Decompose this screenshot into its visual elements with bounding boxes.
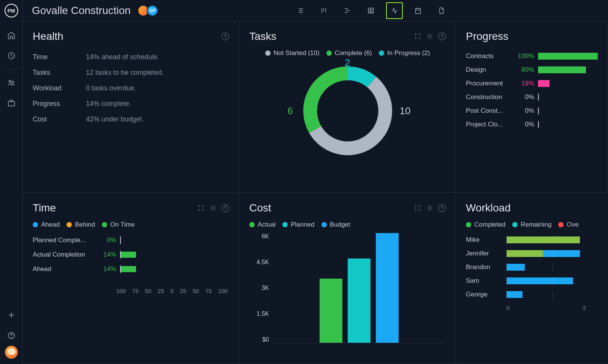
progress-label: Construction: [466, 93, 511, 101]
health-row: Tasks12 tasks to be completed.: [33, 65, 229, 80]
time-percent: 0%: [97, 236, 116, 244]
health-label: Cost: [33, 115, 82, 123]
cost-legend: ActualPlannedBudget: [249, 221, 446, 228]
tab-list[interactable]: [292, 2, 309, 19]
health-value: 14% complete.: [86, 100, 131, 108]
user-avatar[interactable]: [5, 346, 18, 359]
header: Govalle Construction GP: [23, 0, 608, 21]
health-value: 0 tasks overdue.: [86, 84, 136, 92]
progress-bar: [538, 107, 598, 114]
progress-label: Project Clo...: [466, 121, 511, 128]
gear-icon[interactable]: [209, 204, 217, 212]
member-avatars[interactable]: GP: [138, 5, 158, 16]
workload-row: Sam: [466, 274, 598, 288]
progress-percent: 100%: [515, 52, 534, 60]
workload-row: Brandon: [466, 260, 598, 274]
legend-item[interactable]: Remaining: [512, 221, 551, 228]
svg-point-9: [212, 207, 214, 209]
tab-dashboard[interactable]: [386, 2, 403, 19]
progress-bar: [538, 121, 598, 128]
progress-label: Post Const...: [466, 107, 511, 115]
home-icon[interactable]: [7, 31, 16, 39]
progress-percent: 0%: [515, 107, 534, 115]
legend-item[interactable]: Actual: [249, 221, 276, 228]
legend-item[interactable]: Budget: [321, 221, 350, 228]
progress-percent: 80%: [515, 66, 534, 74]
tab-gantt[interactable]: [339, 2, 356, 19]
progress-percent: 19%: [515, 80, 534, 87]
progress-row: Project Clo...0%: [466, 118, 598, 131]
progress-card: Progress Contracts100%Design80%Procureme…: [456, 21, 608, 193]
workload-bar: [507, 264, 598, 271]
legend-item[interactable]: Not Started (10): [265, 49, 320, 57]
progress-label: Design: [466, 66, 511, 74]
legend-item[interactable]: Completed: [466, 221, 505, 228]
help-icon[interactable]: ?: [438, 33, 446, 40]
health-card: Health ? Time14% ahead of schedule.Tasks…: [23, 21, 239, 193]
add-icon[interactable]: [7, 311, 16, 319]
legend-item[interactable]: Planned: [282, 221, 314, 228]
workload-bar: [507, 250, 598, 257]
time-card: Time ? AheadBehindOn Time Planned Comple…: [23, 193, 239, 364]
member-avatar[interactable]: GP: [147, 5, 158, 16]
app-logo[interactable]: PM: [5, 4, 18, 17]
donut-callout: 6: [288, 105, 293, 117]
time-percent: 14%: [97, 265, 116, 273]
cost-bar: [348, 258, 370, 343]
donut-callout: 2: [345, 57, 350, 69]
progress-bar: [538, 53, 598, 60]
cost-bar: [376, 233, 399, 343]
nav-sidebar: PM: [0, 0, 23, 364]
expand-icon[interactable]: [414, 204, 421, 212]
workload-row: Jennifer: [466, 247, 598, 260]
health-value: 14% ahead of schedule.: [86, 53, 159, 61]
tab-calendar[interactable]: [410, 2, 426, 19]
portfolio-icon[interactable]: [7, 99, 16, 107]
progress-row: Procurement19%: [466, 77, 598, 90]
team-icon[interactable]: [7, 79, 16, 87]
recent-icon[interactable]: [7, 52, 16, 60]
time-row: Actual Completion14%: [33, 247, 229, 262]
legend-item[interactable]: Behind: [66, 221, 95, 228]
legend-item[interactable]: Ove: [558, 221, 578, 228]
legend-item[interactable]: In Progress (2): [379, 49, 430, 57]
expand-icon[interactable]: [414, 33, 421, 40]
legend-item[interactable]: On Time: [102, 221, 135, 228]
gear-icon[interactable]: [426, 33, 434, 40]
health-row: Workload0 tasks overdue.: [33, 80, 229, 96]
tasks-card: Tasks ? Not Started (10)Complete (6)In P…: [239, 21, 456, 193]
progress-row: Design80%: [466, 63, 598, 77]
legend-item[interactable]: Complete (6): [326, 49, 372, 57]
workload-bar: [507, 291, 598, 298]
gear-icon[interactable]: [426, 204, 434, 212]
health-label: Tasks: [33, 69, 82, 77]
time-percent: 14%: [97, 251, 116, 258]
time-bar: [120, 236, 229, 244]
time-row: Planned Comple...0%: [33, 233, 229, 247]
progress-bar: [538, 94, 598, 101]
help-icon[interactable]: ?: [438, 204, 446, 212]
help-icon[interactable]: ?: [222, 204, 229, 212]
progress-percent: 0%: [515, 93, 534, 101]
workload-row: Mike: [466, 233, 598, 247]
card-title: Tasks: [249, 30, 277, 43]
svg-rect-7: [415, 8, 420, 13]
time-label: Ahead: [33, 265, 93, 273]
progress-percent: 0%: [515, 121, 534, 128]
workload-bar: [507, 277, 598, 284]
tab-board[interactable]: [315, 2, 332, 19]
expand-icon[interactable]: [197, 204, 205, 212]
svg-point-10: [429, 207, 431, 209]
help-icon[interactable]: [7, 331, 16, 340]
time-label: Actual Completion: [33, 251, 93, 258]
help-icon[interactable]: ?: [222, 33, 229, 40]
workload-bar: [507, 236, 598, 243]
health-row: Time14% ahead of schedule.: [33, 49, 229, 65]
workload-label: Brandon: [466, 263, 502, 271]
progress-row: Contracts100%: [466, 49, 598, 63]
time-axis: 1007550250255075100: [33, 288, 229, 294]
tab-sheet[interactable]: [363, 2, 379, 19]
legend-item[interactable]: Ahead: [33, 221, 60, 228]
workload-label: Jennifer: [466, 250, 502, 257]
tab-files[interactable]: [433, 2, 450, 19]
